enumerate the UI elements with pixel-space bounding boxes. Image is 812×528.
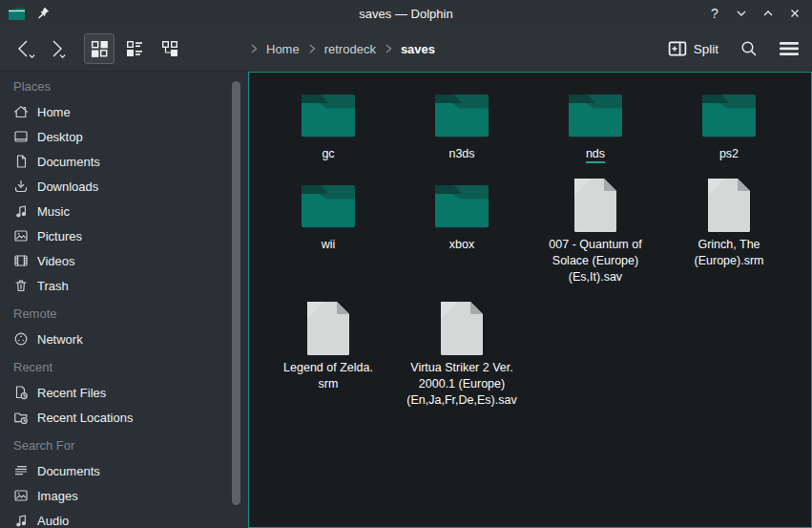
folder-item-nds[interactable]: nds [529, 84, 662, 175]
breadcrumb-chevron-icon [307, 43, 317, 54]
breadcrumb-chevron-icon [384, 43, 393, 54]
sidebar-item-pictures[interactable]: Pictures [0, 223, 248, 248]
sidebar-item-label: Recent Locations [37, 411, 133, 425]
toolbar: Homeretrodecksaves Split [0, 27, 812, 72]
file-icon [305, 300, 351, 357]
search-images-icon [13, 488, 29, 503]
sidebar-item-downloads[interactable]: Downloads [0, 174, 248, 199]
sidebar-item-label: Videos [37, 254, 75, 268]
sidebar-item-label: Audio [37, 514, 69, 528]
folder-item-wii[interactable]: wii [261, 175, 395, 298]
trash-icon [13, 278, 29, 293]
folder-icon [569, 91, 622, 138]
tree-view-button[interactable] [155, 33, 185, 64]
breadcrumb-item-saves[interactable]: saves [398, 42, 438, 56]
file-icon [573, 177, 618, 234]
recent-files-icon [13, 385, 29, 400]
maximize-button[interactable] [759, 4, 778, 23]
sidebar-section: Remote Network [0, 302, 248, 351]
sidebar-item-recent-locations[interactable]: Recent Locations [0, 405, 248, 430]
sidebar-item-label: Home [37, 105, 71, 119]
sidebar-item-documents[interactable]: Documents [0, 149, 248, 174]
sidebar-item-home[interactable]: Home [0, 99, 248, 124]
breadcrumb: Homeretrodecksaves [249, 27, 438, 71]
window-title: saves — Dolphin [0, 7, 812, 21]
forward-button[interactable] [40, 34, 71, 63]
sidebar-item-videos[interactable]: Videos [0, 248, 248, 273]
documents-icon [13, 154, 29, 169]
sidebar-scrollbar[interactable] [232, 81, 240, 505]
sidebar-item-label: Network [37, 332, 83, 347]
hamburger-menu-icon[interactable] [776, 35, 802, 62]
split-icon [668, 40, 687, 57]
folder-icon [435, 181, 489, 229]
file-icon [439, 300, 485, 357]
search-icon[interactable] [736, 35, 762, 62]
sidebar-section-header: Recent [0, 355, 248, 380]
file-item-grinch-the[interactable]: Grinch, The(Europe).srm [662, 175, 796, 298]
folder-item-gc[interactable]: gc [261, 84, 395, 175]
file-item-label: ps2 [719, 146, 739, 162]
desktop-icon [13, 129, 29, 144]
music-icon [13, 203, 29, 219]
breadcrumb-item-home[interactable]: Home [263, 42, 302, 56]
close-button[interactable] [785, 4, 804, 23]
dolphin-window: saves — Dolphin ? [0, 0, 812, 528]
folder-item-xbox[interactable]: xbox [395, 175, 529, 298]
file-item-label: nds [586, 146, 605, 162]
sidebar-section: Recent Recent Files Recent Locations [0, 355, 248, 430]
help-button[interactable]: ? [705, 4, 724, 23]
sidebar-item-label: Documents [37, 464, 100, 478]
file-item-label: Grinch, The(Europe).srm [695, 237, 764, 269]
sidebar-item-network[interactable]: Network [0, 327, 248, 351]
titlebar: saves — Dolphin ? [0, 0, 812, 27]
folder-item-ps2[interactable]: ps2 [662, 84, 796, 175]
file-item-label: wii [322, 237, 336, 253]
pin-icon[interactable] [34, 5, 52, 22]
recent-locations-icon [13, 410, 29, 425]
sidebar-item-label: Documents [37, 155, 100, 169]
file-item-label: 007 - Quantum ofSolace (Europe)(Es,It).s… [549, 237, 641, 285]
sidebar-item-images[interactable]: Images [0, 483, 248, 508]
sidebar-section: Places Home Desktop Documents Downloads … [0, 74, 248, 298]
file-item-label: gc [322, 146, 334, 162]
file-item-label: n3ds [448, 146, 474, 162]
search-documents-icon [13, 463, 29, 478]
file-item-007-quantum-of[interactable]: 007 - Quantum ofSolace (Europe)(Es,It).s… [529, 175, 662, 298]
sidebar-item-label: Desktop [37, 130, 83, 144]
sidebar-item-music[interactable]: Music [0, 199, 248, 223]
icons-view-button[interactable] [84, 33, 115, 64]
places-panel: Places Home Desktop Documents Downloads … [0, 72, 248, 528]
sidebar-section-header: Search For [0, 433, 248, 458]
sidebar-section-header: Places [0, 74, 248, 99]
file-item-legend-of-zelda-[interactable]: Legend of Zelda.srm [261, 298, 395, 421]
sidebar-item-trash[interactable]: Trash [0, 273, 248, 298]
sidebar-item-recent-files[interactable]: Recent Files [0, 380, 248, 405]
sidebar-section-header: Remote [0, 302, 248, 327]
breadcrumb-item-retrodeck[interactable]: retrodeck [322, 42, 379, 56]
file-item-label: xbox [449, 237, 474, 253]
minimize-button[interactable] [732, 4, 751, 23]
split-button[interactable]: Split [664, 38, 722, 59]
sidebar-item-label: Images [37, 489, 78, 503]
back-button[interactable] [10, 34, 40, 63]
file-item-virtua-striker-2-ver-[interactable]: Virtua Striker 2 Ver.2000.1 (Europe)(En,… [395, 298, 529, 421]
folder-item-n3ds[interactable]: n3ds [395, 84, 529, 175]
details-view-button[interactable] [119, 33, 150, 64]
split-label: Split [694, 42, 718, 56]
sidebar-item-label: Pictures [37, 229, 82, 243]
sidebar-item-audio[interactable]: Audio [0, 508, 248, 528]
pictures-icon [13, 228, 29, 243]
home-icon [13, 104, 29, 119]
sidebar-item-desktop[interactable]: Desktop [0, 124, 248, 149]
search-audio-icon [13, 513, 29, 528]
folder-icon [702, 91, 756, 138]
file-item-label: Legend of Zelda.srm [283, 360, 373, 392]
sidebar-item-label: Recent Files [37, 386, 106, 400]
folder-icon [435, 91, 489, 138]
downloads-icon [13, 179, 29, 194]
sidebar-item-label: Trash [37, 279, 69, 293]
sidebar-item-label: Downloads [37, 180, 98, 194]
sidebar-item-documents[interactable]: Documents [0, 458, 248, 483]
sidebar-item-label: Music [37, 204, 70, 219]
